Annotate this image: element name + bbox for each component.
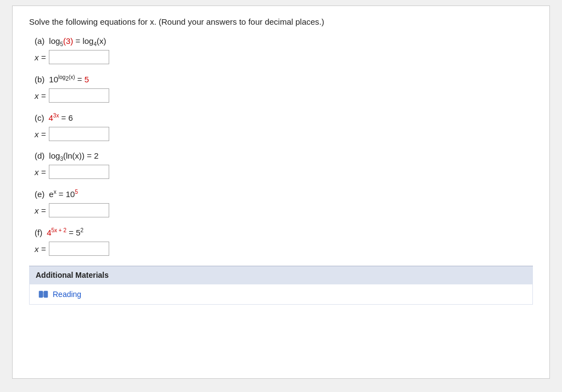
answer-input-c[interactable] — [49, 127, 109, 141]
problem-item-e: (e) ex = 105 x = — [35, 189, 533, 217]
equation-f: 45x + 2 = 52 — [47, 227, 83, 237]
answer-input-e[interactable] — [49, 203, 109, 217]
answer-row-e: x = — [35, 203, 533, 217]
x-label-b: x = — [35, 91, 46, 100]
problem-item-c: (c) 43x = 6 x = — [35, 113, 533, 141]
problem-label-e: (e) — [35, 189, 44, 199]
problem-row-a: (a) log5(3) = log4(x) — [35, 36, 533, 48]
equation-e: ex = 105 — [49, 189, 78, 199]
reading-link[interactable]: Reading — [53, 290, 81, 299]
svg-rect-1 — [44, 291, 48, 298]
answer-input-f[interactable] — [49, 242, 109, 256]
x-label-e: x = — [35, 206, 46, 215]
equation-b: 10log2(x) = 5 — [49, 74, 89, 84]
answer-row-b: x = — [35, 88, 533, 103]
problem-row-f: (f) 45x + 2 = 52 — [35, 227, 533, 239]
problem-row-c: (c) 43x = 6 — [35, 113, 533, 125]
problem-label-b: (b) — [35, 75, 44, 84]
x-label-f: x = — [35, 244, 46, 254]
additional-materials-header: Additional Materials — [29, 266, 533, 284]
problem-row-d: (d) log3(ln(x)) = 2 — [35, 151, 533, 163]
problem-row-b: (b) 10log2(x) = 5 — [35, 74, 533, 86]
reading-section: Reading — [29, 284, 533, 305]
problem-label-c: (c) — [35, 113, 44, 122]
problem-list: (a) log5(3) = log4(x) x = (b) 10log2(x) … — [29, 36, 533, 256]
problem-header: Solve the following equations for x. (Ro… — [29, 17, 533, 26]
additional-materials-title: Additional Materials — [36, 271, 109, 279]
problem-label-f: (f) — [35, 228, 42, 237]
problem-item-f: (f) 45x + 2 = 52 x = — [35, 227, 533, 256]
problem-row-e: (e) ex = 105 — [35, 189, 533, 201]
answer-row-f: x = — [35, 242, 533, 256]
answer-input-a[interactable] — [49, 50, 109, 64]
equation-d: log3(ln(x)) = 2 — [49, 151, 98, 162]
answer-row-a: x = — [35, 50, 533, 64]
x-label-c: x = — [35, 130, 46, 139]
equation-c: 43x = 6 — [49, 113, 73, 122]
equation-a: log5(3) = log4(x) — [49, 36, 106, 47]
answer-row-d: x = — [35, 165, 533, 179]
x-label-d: x = — [35, 167, 46, 177]
problem-label-a: (a) — [35, 36, 44, 46]
problem-item-b: (b) 10log2(x) = 5 x = — [35, 74, 533, 103]
problem-label-d: (d) — [35, 151, 44, 160]
answer-input-d[interactable] — [49, 165, 109, 179]
answer-input-b[interactable] — [49, 88, 109, 103]
problem-item-a: (a) log5(3) = log4(x) x = — [35, 36, 533, 64]
book-icon — [38, 290, 48, 298]
answer-row-c: x = — [35, 127, 533, 141]
page-container: Solve the following equations for x. (Ro… — [12, 5, 550, 379]
x-label-a: x = — [35, 53, 46, 62]
problem-item-d: (d) log3(ln(x)) = 2 x = — [35, 151, 533, 179]
svg-rect-0 — [39, 291, 43, 298]
